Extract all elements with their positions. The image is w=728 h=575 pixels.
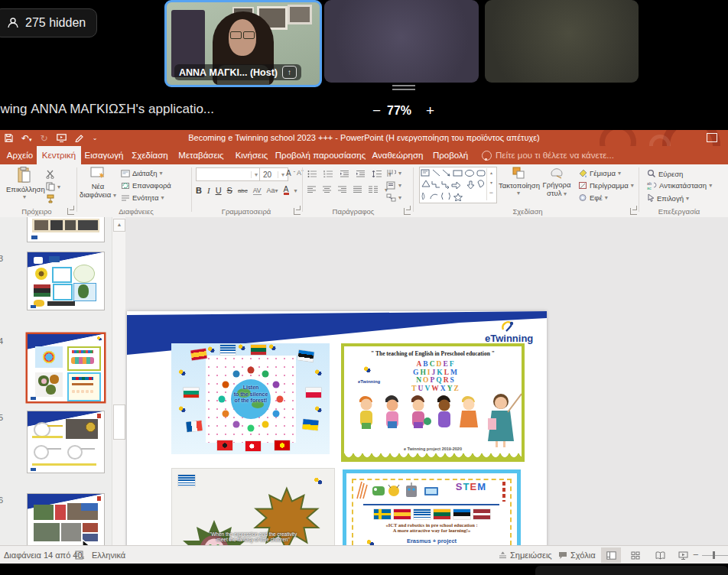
- notes-toggle[interactable]: Σημειώσεις: [499, 546, 552, 564]
- tab-slideshow[interactable]: Προβολή παρουσίασης: [274, 146, 367, 164]
- character-spacing-button[interactable]: AV: [253, 187, 262, 195]
- layout-button[interactable]: Διάταξη▾: [121, 169, 163, 177]
- tab-transitions[interactable]: Μεταβάσεις: [173, 146, 229, 164]
- language-indicator[interactable]: Ελληνικά: [92, 546, 125, 564]
- flag-lithuania: [251, 345, 266, 355]
- grow-font-button[interactable]: Aˆ: [286, 169, 295, 177]
- title-bar: ↶▾ ↻ ⌄ Becoming e Twinning school 2023 +…: [0, 130, 728, 146]
- slide-number: 3: [0, 254, 8, 263]
- restore-window-icon[interactable]: [707, 133, 717, 142]
- paragraph-dialog-launcher[interactable]: [404, 208, 411, 215]
- strikethrough-button[interactable]: S: [227, 186, 232, 195]
- tab-design[interactable]: Σχεδίαση: [127, 146, 173, 164]
- align-left-icon[interactable]: [307, 186, 317, 193]
- paste-button[interactable]: Επικόλληση▾: [6, 167, 43, 200]
- replace-icon: abac: [647, 181, 657, 190]
- italic-button[interactable]: I: [207, 186, 210, 195]
- zoom-out-button[interactable]: −: [368, 102, 385, 120]
- reading-view-button[interactable]: [650, 547, 670, 563]
- shape-outline-button[interactable]: Περίγραμμα▾: [578, 181, 634, 190]
- video-tile-2[interactable]: [324, 0, 479, 83]
- smartart-button[interactable]: ▾: [386, 193, 401, 202]
- new-slide-button[interactable]: Νέα διαφάνεια ▾: [80, 167, 116, 199]
- tell-me-box[interactable]: Πείτε μου τι θέλετε να κάνετε...: [482, 146, 614, 164]
- slide-image-english-project[interactable]: " The teaching of English in Preschool e…: [341, 343, 525, 462]
- slide-sorter-view-button[interactable]: [626, 547, 645, 563]
- copy-button[interactable]: ▾: [46, 182, 60, 191]
- tab-insert[interactable]: Εισαγωγή: [81, 146, 127, 164]
- columns-icon[interactable]: [369, 186, 379, 193]
- bullets-icon[interactable]: [307, 170, 317, 178]
- select-button[interactable]: Επιλογή▾: [647, 193, 689, 203]
- tab-home[interactable]: Κεντρική: [37, 146, 81, 164]
- fill-icon: [578, 169, 587, 177]
- find-button[interactable]: Εύρεση: [647, 169, 683, 178]
- comment-icon: [558, 551, 567, 560]
- shape-effects-button[interactable]: Εφέ▾: [578, 193, 608, 202]
- arrange-button[interactable]: Τακτοποίηση▾: [499, 167, 538, 197]
- slide-thumbnail-14[interactable]: [28, 334, 104, 401]
- quick-styles-button[interactable]: Γρήγορα στυλ ▾: [540, 167, 574, 197]
- hidden-participants-badge[interactable]: 275 hidden: [0, 8, 97, 37]
- screen: 275 hidden ΑΝΝΑ ΜΑΓΚΙ... (Host) ↑ ewing …: [0, 0, 728, 575]
- tab-review[interactable]: Αναθεώρηση: [367, 146, 428, 164]
- zoom-in-button[interactable]: +: [421, 102, 439, 120]
- raised-hand-icon[interactable]: ↑: [282, 66, 297, 79]
- video-strip-drag-handle[interactable]: [392, 85, 415, 93]
- slide-thumbnail-13[interactable]: [28, 252, 104, 310]
- text-direction-button[interactable]: ▾: [386, 169, 401, 177]
- font-dialog-launcher[interactable]: [294, 208, 301, 215]
- thumbnail-scrollbar-thumb[interactable]: [113, 404, 125, 440]
- align-right-icon[interactable]: [338, 186, 347, 193]
- thumbnail-scrollbar-track[interactable]: [112, 217, 125, 545]
- slide-image-leaves-project[interactable]: "When the expression and the creativitym…: [171, 468, 335, 545]
- video-tile-host[interactable]: ΑΝΝΑ ΜΑΓΚΙ... (Host) ↑: [164, 0, 322, 87]
- shapes-gallery[interactable]: ▴▾═: [419, 167, 497, 203]
- slide-sorter-icon: [631, 551, 640, 560]
- align-text-icon: [386, 181, 396, 190]
- slide-image-robotics-project[interactable]: STEM «ICT and robotics in pre school edu…: [343, 469, 521, 545]
- increase-indent-icon[interactable]: [356, 170, 366, 178]
- bold-button[interactable]: B: [196, 186, 202, 195]
- change-case-button[interactable]: Aa▾: [267, 187, 278, 194]
- etwinning-mini-icon: [315, 369, 322, 376]
- justify-icon[interactable]: [353, 186, 362, 193]
- format-painter-button[interactable]: [46, 194, 55, 203]
- slide-thumbnail-15[interactable]: [28, 411, 104, 473]
- line-spacing-icon[interactable]: [372, 170, 382, 178]
- shapes-scrollbar[interactable]: ▴▾═: [486, 168, 496, 200]
- numbering-icon[interactable]: [323, 170, 333, 178]
- tab-animations[interactable]: Κινήσεις: [229, 146, 274, 164]
- video-tile-3[interactable]: [485, 0, 639, 83]
- slide-thumbnail-12[interactable]: [28, 217, 104, 242]
- underline-button[interactable]: U: [216, 186, 222, 195]
- clipboard-dialog-launcher[interactable]: [67, 208, 74, 215]
- zoom-out-control[interactable]: −: [693, 546, 699, 564]
- tab-view[interactable]: Προβολή: [428, 146, 473, 164]
- clear-formatting-button[interactable]: abc: [238, 187, 248, 194]
- spellcheck-icon[interactable]: [75, 551, 86, 560]
- slide-thumbnail-16[interactable]: [28, 494, 104, 545]
- slideshow-view-button[interactable]: [673, 547, 693, 563]
- slide-canvas[interactable]: eTwinning: [127, 311, 547, 545]
- font-name-combo[interactable]: ▾: [196, 167, 262, 181]
- cut-button[interactable]: [46, 170, 55, 179]
- zoom-slider-track[interactable]: [702, 555, 728, 557]
- font-color-button[interactable]: A: [284, 186, 289, 195]
- normal-view-button[interactable]: [601, 547, 621, 563]
- zoom-slider-thumb[interactable]: [713, 551, 715, 559]
- shape-fill-button[interactable]: Γέμισμα▾: [578, 169, 621, 177]
- participant-name-label: ΑΝΝΑ ΜΑΓΚΙ... (Host) ↑: [174, 64, 301, 80]
- replace-button[interactable]: abacΑντικατάσταση▾: [647, 181, 712, 190]
- decrease-indent-icon[interactable]: [340, 170, 349, 178]
- slide-image4-subtitle: Erasmus + project: [346, 538, 517, 544]
- section-button[interactable]: Ενότητα▾: [121, 193, 164, 202]
- slide-image-forest-project[interactable]: Listento the silenceof the forest!: [171, 343, 330, 454]
- reset-button[interactable]: Επαναφορά: [121, 181, 171, 190]
- align-text-button[interactable]: ▾: [386, 181, 401, 190]
- comments-toggle[interactable]: Σχόλια: [558, 546, 596, 564]
- tab-file[interactable]: Αρχείο: [3, 146, 37, 164]
- thumbnail-scroll-up-button[interactable]: ▲: [113, 219, 125, 232]
- align-center-icon[interactable]: [323, 186, 332, 193]
- font-size-combo[interactable]: 20▾: [259, 167, 288, 181]
